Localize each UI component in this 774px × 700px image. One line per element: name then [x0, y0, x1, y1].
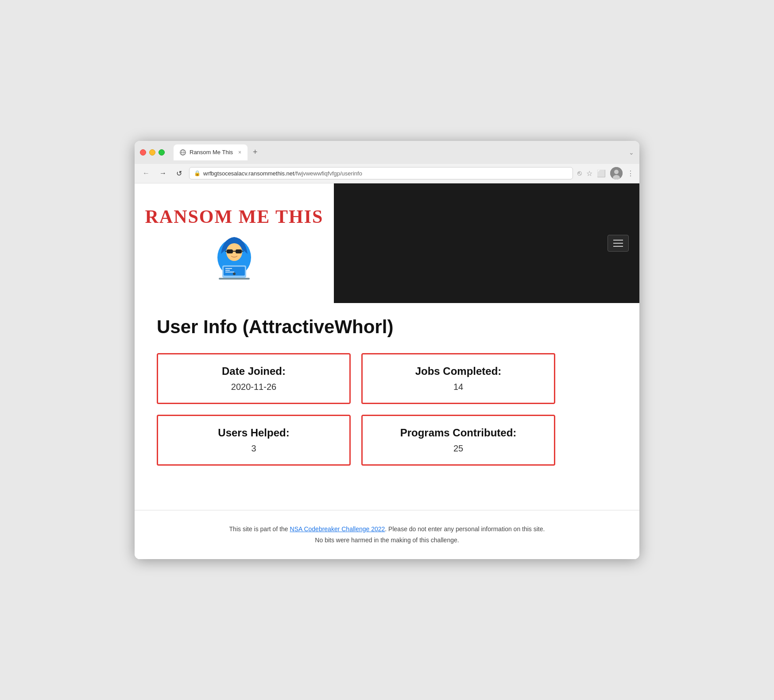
- new-tab-button[interactable]: +: [249, 148, 261, 157]
- tab-title: Ransom Me This: [190, 149, 233, 156]
- traffic-lights: [140, 149, 165, 156]
- svg-point-18: [233, 272, 236, 275]
- stat-card-jobs-completed: Jobs Completed: 14: [361, 353, 555, 404]
- footer-text-line2: No bits were harmed in the making of thi…: [143, 535, 631, 546]
- share-button[interactable]: ⎋: [577, 169, 582, 177]
- close-window-button[interactable]: [140, 149, 146, 156]
- stat-card-users-helped: Users Helped: 3: [157, 415, 351, 466]
- svg-point-4: [614, 170, 619, 174]
- footer-text-line1: This site is part of the NSA Codebreaker…: [143, 524, 631, 535]
- hero-logo-area: RANSOM ME THIS: [135, 183, 334, 303]
- nsa-challenge-link[interactable]: NSA Codebreaker Challenge 2022: [290, 525, 385, 533]
- hamburger-line-3: [613, 246, 623, 247]
- nav-bar: ← → ↺ 🔒 wrfbgtsocesalacv.ransommethis.ne…: [135, 164, 639, 183]
- stat-card-date-joined: Date Joined: 2020-11-26: [157, 353, 351, 404]
- reader-mode-button[interactable]: ⬜: [597, 169, 606, 178]
- jobs-completed-label: Jobs Completed:: [372, 365, 545, 377]
- forward-button[interactable]: →: [157, 167, 169, 179]
- jobs-completed-value: 14: [372, 382, 545, 392]
- footer-text-after-link: . Please do not enter any personal infor…: [385, 525, 545, 533]
- maximize-window-button[interactable]: [159, 149, 165, 156]
- svg-rect-8: [227, 249, 233, 253]
- main-content: User Info (AttractiveWhorl) Date Joined:…: [135, 303, 639, 492]
- tab-chevron-icon[interactable]: ⌄: [629, 149, 634, 156]
- programs-contributed-label: Programs Contributed:: [372, 427, 545, 439]
- site-title: RANSOM ME THIS: [145, 206, 324, 227]
- stats-grid: Date Joined: 2020-11-26 Jobs Completed: …: [157, 353, 555, 466]
- footer: This site is part of the NSA Codebreaker…: [135, 510, 639, 559]
- minimize-window-button[interactable]: [149, 149, 155, 156]
- active-tab[interactable]: Ransom Me This ×: [174, 144, 248, 160]
- stat-card-programs-contributed: Programs Contributed: 25: [361, 415, 555, 466]
- svg-rect-19: [219, 278, 250, 280]
- hero-dark-area: [334, 183, 639, 303]
- tab-favicon: [180, 149, 186, 156]
- avatar-image: [610, 167, 623, 179]
- back-button[interactable]: ←: [140, 167, 152, 179]
- hamburger-menu-button[interactable]: [608, 235, 629, 252]
- reload-button[interactable]: ↺: [174, 167, 185, 179]
- address-path: /fwjvwewwfiqfvfgp/userinfo: [294, 170, 362, 177]
- menu-button[interactable]: ⋮: [627, 169, 634, 178]
- hamburger-line-1: [613, 240, 623, 241]
- users-helped-value: 3: [167, 443, 341, 454]
- profile-avatar[interactable]: [610, 167, 623, 179]
- footer-text-before-link: This site is part of the: [229, 525, 290, 533]
- address-base: wrfbgtsocesalacv.ransommethis.net: [203, 170, 294, 177]
- date-joined-value: 2020-11-26: [167, 382, 341, 392]
- svg-rect-9: [236, 249, 242, 253]
- hero-section: RANSOM ME THIS: [135, 183, 639, 303]
- hacker-illustration: [210, 232, 259, 280]
- browser-window: Ransom Me This × + ⌄ ← → ↺ 🔒 wrfbgtsoces…: [135, 141, 639, 559]
- programs-contributed-value: 25: [372, 443, 545, 454]
- tab-bar: Ransom Me This × + ⌄: [174, 144, 634, 160]
- page-title: User Info (AttractiveWhorl): [157, 316, 617, 338]
- users-helped-label: Users Helped:: [167, 427, 341, 439]
- hamburger-line-2: [613, 243, 623, 244]
- ssl-lock-icon: 🔒: [194, 170, 201, 176]
- bookmark-button[interactable]: ☆: [586, 169, 592, 178]
- tab-close-button[interactable]: ×: [238, 149, 241, 156]
- nav-actions: ⎋ ☆ ⬜ ⋮: [577, 167, 634, 179]
- date-joined-label: Date Joined:: [167, 365, 341, 377]
- address-bar[interactable]: 🔒 wrfbgtsocesalacv.ransommethis.net/fwjv…: [189, 167, 573, 179]
- title-bar: Ransom Me This × + ⌄: [135, 141, 639, 164]
- page-content: RANSOM ME THIS: [135, 183, 639, 559]
- address-text: wrfbgtsocesalacv.ransommethis.net/fwjvwe…: [203, 170, 362, 177]
